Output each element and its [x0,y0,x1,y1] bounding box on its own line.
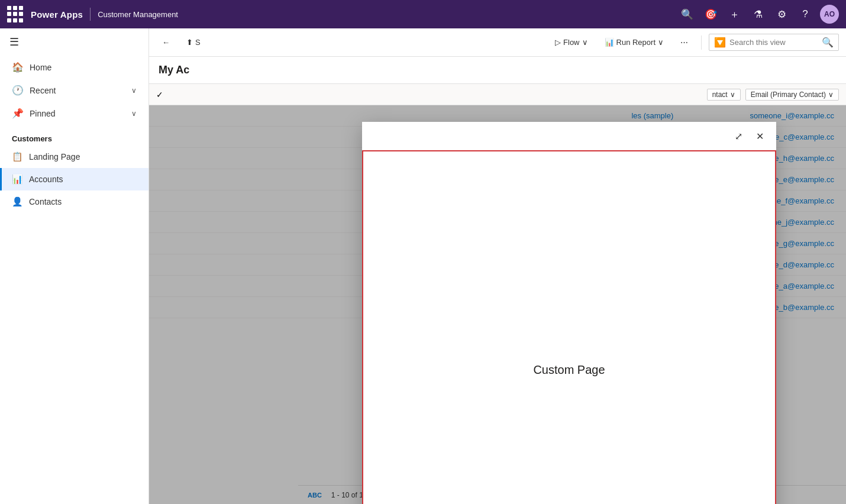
flow-button[interactable]: ▷ Flow ∨ [549,34,593,50]
main-layout: ☰ 🏠 Home 🕐 Recent ∨ 📌 Pinned ∨ Customers… [0,28,846,504]
sidebar: ☰ 🏠 Home 🕐 Recent ∨ 📌 Pinned ∨ Customers… [0,28,149,504]
search-filter-icon: 🔽 [714,37,726,48]
run-report-icon: 📊 [605,38,614,47]
contact-label: ntact [712,91,728,99]
flow-icon: ▷ [555,38,561,47]
contact-filter[interactable]: ntact ∨ [707,89,741,101]
target-icon[interactable]: 🎯 [702,5,719,23]
flow-chevron-icon: ∨ [582,38,588,47]
dialog-expand-button[interactable]: ⤢ [729,127,748,146]
hamburger-menu-button[interactable]: ☰ [0,28,148,56]
logo-divider [90,8,91,21]
run-report-chevron-icon: ∨ [658,38,664,47]
sidebar-item-accounts[interactable]: 📊 Accounts [0,168,148,190]
dialog-titlebar: ⤢ ✕ [362,122,776,150]
more-options-button[interactable]: ⋯ [674,34,694,50]
top-bar-icons-group: 🔍 🎯 ＋ ⚗ ⚙ ? AO [678,5,839,24]
custom-page-dialog: ⤢ ✕ Custom Page [362,122,776,504]
power-apps-logo: Power Apps [31,9,83,20]
sidebar-item-pinned-label: Pinned [30,109,56,118]
app-grid-button[interactable] [7,6,24,22]
filter-icon[interactable]: ⚗ [749,5,767,23]
content-main: les (sample)someone_i@example.ccderson (… [149,105,846,504]
user-avatar[interactable]: AO [820,5,839,24]
share-button[interactable]: ⬆ S [180,34,206,50]
share-label: S [195,38,201,47]
email-filter-label: Email (Primary Contact) [751,91,826,99]
help-icon[interactable]: ? [796,5,814,23]
page-title: My Ac [159,64,189,76]
content-toolbar: ← ⬆ S ▷ Flow ∨ 📊 Run Report ∨ ⋯ 🔽 🔍 [149,28,846,57]
dialog-close-button[interactable]: ✕ [750,127,769,146]
run-report-label: Run Report [616,38,656,47]
home-icon: 🏠 [12,62,24,73]
customers-section-label: Customers [0,125,148,146]
run-report-button[interactable]: 📊 Run Report ∨ [599,34,670,50]
share-icon: ⬆ [186,38,193,47]
top-navigation-bar: Power Apps Customer Management 🔍 🎯 ＋ ⚗ ⚙… [0,0,846,28]
contacts-icon: 👤 [12,196,23,207]
sidebar-item-recent-label: Recent [30,86,56,95]
back-button[interactable]: ← [156,34,176,50]
sidebar-item-landing-page-label: Landing Page [29,152,80,161]
page-title-area: My Ac [149,57,846,84]
flow-label: Flow [563,38,579,47]
recent-icon: 🕐 [12,85,24,96]
sidebar-item-recent[interactable]: 🕐 Recent ∨ [0,79,148,102]
toolbar-separator [701,35,702,50]
email-chevron-icon: ∨ [828,91,834,99]
contact-chevron-icon: ∨ [730,91,735,99]
email-filter[interactable]: Email (Primary Contact) ∨ [745,89,839,101]
chevron-down-icon: ∨ [131,86,137,95]
dialog-content-area: Custom Page [362,150,776,504]
search-box[interactable]: 🔽 🔍 [709,34,839,51]
app-title: Customer Management [98,10,178,19]
table-filter-row: ✓ ntact ∨ Email (Primary Contact) ∨ [149,84,846,105]
search-icon[interactable]: 🔍 [678,5,696,23]
content-area: ← ⬆ S ▷ Flow ∨ 📊 Run Report ∨ ⋯ 🔽 🔍 [149,28,846,504]
sidebar-item-contacts-label: Contacts [29,197,62,206]
sidebar-item-home[interactable]: 🏠 Home [0,56,148,79]
pinned-icon: 📌 [12,108,24,119]
search-icon: 🔍 [822,37,834,48]
search-input[interactable] [729,38,818,47]
landing-page-icon: 📋 [12,151,23,162]
sidebar-item-home-label: Home [30,63,51,72]
sidebar-item-pinned[interactable]: 📌 Pinned ∨ [0,102,148,125]
sidebar-item-contacts[interactable]: 👤 Contacts [0,190,148,213]
accounts-icon: 📊 [12,174,23,185]
dialog-content-text: Custom Page [533,363,605,377]
sidebar-item-accounts-label: Accounts [29,175,63,184]
select-all-checkbox[interactable]: ✓ [156,90,163,99]
add-icon[interactable]: ＋ [725,5,743,23]
chevron-down-icon-pinned: ∨ [131,109,137,118]
settings-icon[interactable]: ⚙ [773,5,790,23]
sidebar-item-landing-page[interactable]: 📋 Landing Page [0,146,148,168]
